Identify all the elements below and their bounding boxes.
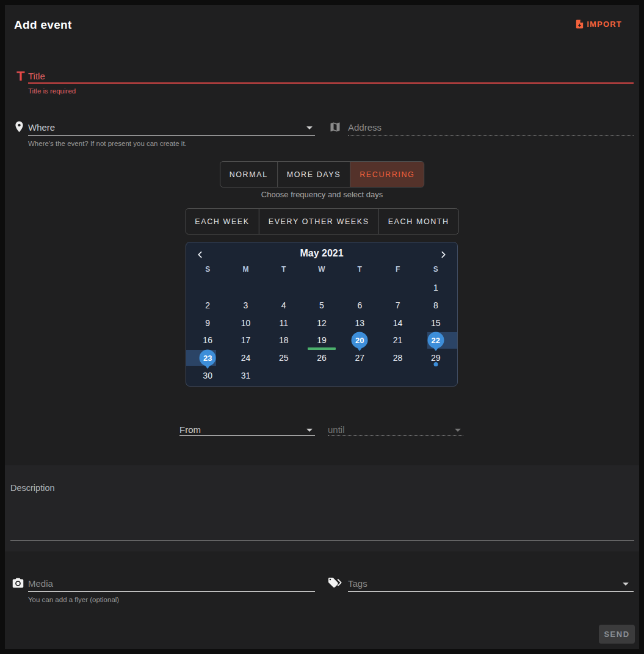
calendar-day-6[interactable]: 6 — [341, 297, 378, 314]
calendar-day-18[interactable]: 18 — [265, 332, 303, 349]
event-dot-indicator — [433, 362, 438, 366]
calendar-day-9[interactable]: 9 — [189, 314, 226, 332]
calendar-day-24[interactable]: 24 — [226, 349, 264, 367]
calendar-day-empty — [341, 366, 378, 384]
description-input[interactable]: Description — [10, 483, 55, 493]
calendar-day-23[interactable]: 23 — [189, 349, 226, 367]
calendar-day-4[interactable]: 4 — [265, 297, 303, 314]
calendar-day-grid: 1234567891011121314151617181920212223242… — [189, 279, 455, 384]
where-underline — [28, 135, 315, 136]
mode-tab-normal[interactable]: NORMAL — [220, 162, 277, 187]
calendar-day-21[interactable]: 21 — [378, 332, 416, 349]
calendar-next-button[interactable] — [435, 247, 451, 262]
main-form-panel: Add event IMPORT T Title Title is requir… — [5, 5, 639, 465]
selected-day-marker-tail — [204, 365, 211, 369]
calendar-weekday: W — [303, 265, 341, 274]
calendar-day-number: 1 — [433, 283, 438, 292]
calendar-day-1[interactable]: 1 — [417, 279, 455, 297]
calendar-day-3[interactable]: 3 — [226, 297, 264, 314]
calendar-day-29[interactable]: 29 — [417, 349, 455, 367]
mode-tab-more-days[interactable]: MORE DAYS — [277, 162, 350, 187]
calendar-day-number: 6 — [357, 300, 362, 310]
from-dropdown-arrow-icon[interactable] — [306, 429, 313, 432]
calendar-day-14[interactable]: 14 — [378, 314, 416, 332]
calendar-day-number: 26 — [317, 353, 327, 363]
calendar-day-30[interactable]: 30 — [189, 366, 226, 384]
where-dropdown-arrow-icon[interactable] — [306, 126, 313, 129]
calendar-day-number: 10 — [241, 318, 251, 328]
calendar-day-25[interactable]: 25 — [265, 349, 303, 367]
calendar-day-15[interactable]: 15 — [417, 314, 455, 332]
calendar-day-27[interactable]: 27 — [341, 349, 378, 367]
media-helper: You can add a flyer (optional) — [28, 596, 119, 603]
calendar-weekday: T — [341, 265, 378, 274]
frequency-tab-each-week[interactable]: EACH WEEK — [186, 209, 258, 234]
frequency-tabs: EACH WEEKEVERY OTHER WEEKSEACH MONTH — [185, 208, 458, 234]
address-input: Address — [348, 122, 382, 133]
where-helper: Where's the event? If not present you ca… — [28, 140, 187, 147]
calendar-day-number: 15 — [431, 318, 441, 328]
tags-dropdown-arrow-icon[interactable] — [623, 583, 629, 586]
calendar-day-31[interactable]: 31 — [226, 366, 264, 384]
calendar-day-20[interactable]: 20 — [341, 332, 378, 349]
title-icon: T — [16, 68, 24, 84]
calendar-weekday: T — [265, 265, 303, 274]
from-time-select[interactable]: From — [179, 424, 201, 435]
calendar-day-number: 17 — [241, 335, 251, 345]
calendar-day-number: 13 — [355, 318, 364, 328]
calendar-day-16[interactable]: 16 — [189, 332, 226, 349]
calendar-day-26[interactable]: 26 — [303, 349, 341, 367]
calendar-day-8[interactable]: 8 — [417, 297, 455, 314]
calendar-day-number: 29 — [431, 353, 441, 363]
calendar-weekday-header: SMTWTFS — [189, 265, 455, 274]
title-input[interactable]: Title — [28, 71, 45, 81]
tags-select[interactable]: Tags — [348, 578, 367, 589]
calendar-day-2[interactable]: 2 — [189, 297, 226, 314]
calendar-day-number: 20 — [355, 336, 364, 345]
until-dropdown-arrow-icon — [455, 429, 461, 432]
event-mode-tabs: NORMALMORE DAYSRECURRING — [220, 161, 425, 187]
calendar-day-7[interactable]: 7 — [378, 297, 416, 314]
add-event-page: Add event IMPORT T Title Title is requir… — [0, 0, 644, 654]
calendar-day-empty — [189, 279, 226, 297]
frequency-tab-each-month[interactable]: EACH MONTH — [378, 209, 458, 234]
media-input[interactable]: Media — [28, 578, 53, 589]
camera-icon — [12, 576, 24, 589]
calendar-day-number: 4 — [281, 300, 286, 310]
tags-icon — [328, 576, 342, 589]
calendar-day-19[interactable]: 19 — [303, 332, 341, 349]
frequency-helper: Choose frequency and select days — [5, 190, 639, 199]
frequency-tab-every-other-weeks[interactable]: EVERY OTHER WEEKS — [259, 209, 378, 234]
calendar-day-22[interactable]: 22 — [417, 332, 455, 349]
calendar-day-number: 14 — [393, 318, 403, 328]
calendar-day-number: 3 — [244, 300, 248, 310]
calendar-day-5[interactable]: 5 — [303, 297, 341, 314]
calendar-day-number: 24 — [241, 353, 251, 363]
calendar-day-number: 7 — [396, 300, 400, 310]
from-underline — [179, 435, 315, 436]
tags-underline — [348, 591, 634, 592]
calendar-day-number: 31 — [241, 371, 251, 380]
calendar-month-label: May 2021 — [186, 248, 457, 259]
where-select[interactable]: Where — [28, 122, 55, 133]
calendar-day-13[interactable]: 13 — [341, 314, 378, 332]
calendar-day-12[interactable]: 12 — [303, 314, 341, 332]
calendar-day-empty — [265, 279, 303, 297]
calendar-weekday: F — [378, 265, 416, 274]
calendar-day-number: 5 — [319, 300, 324, 310]
selected-day-marker-tail — [433, 347, 439, 351]
until-underline — [328, 435, 463, 436]
calendar-day-11[interactable]: 11 — [265, 314, 303, 332]
calendar-day-number: 12 — [317, 318, 327, 328]
mode-tab-recurring[interactable]: RECURRING — [350, 162, 424, 187]
selected-day-marker-tail — [356, 347, 363, 351]
calendar-day-10[interactable]: 10 — [226, 314, 264, 332]
calendar-day-28[interactable]: 28 — [378, 349, 416, 367]
import-button[interactable]: IMPORT — [574, 19, 622, 29]
calendar-day-number: 25 — [279, 353, 289, 363]
calendar-day-number: 27 — [355, 353, 364, 363]
file-import-icon — [574, 19, 585, 29]
calendar-day-17[interactable]: 17 — [226, 332, 264, 349]
calendar-day-number: 28 — [393, 353, 403, 363]
send-button[interactable]: SEND — [599, 625, 635, 644]
